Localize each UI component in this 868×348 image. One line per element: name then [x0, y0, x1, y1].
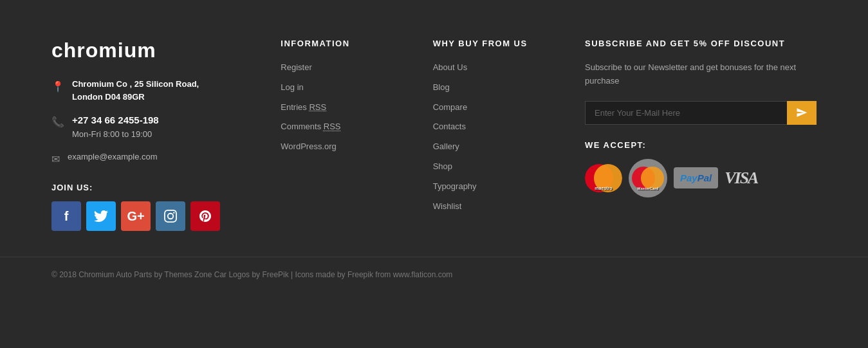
brand-logo: chromium: [51, 39, 232, 62]
address-item: 📍 Chromium Co , 25 Silicon Road, London …: [51, 78, 232, 103]
phone-item: 📞 +27 34 66 2455-198 Mon-Fri 8:00 to 19:…: [51, 113, 232, 140]
link-compare[interactable]: Compare: [433, 101, 536, 114]
why-buy-column: WHY BUY FROM US About Us Blog Compare Co…: [433, 39, 536, 231]
link-typography[interactable]: Typography: [433, 180, 536, 194]
link-register[interactable]: Register: [281, 61, 383, 75]
mastercard-label: MasterCard: [637, 187, 658, 190]
twitter-button[interactable]: [86, 201, 116, 231]
facebook-button[interactable]: f: [51, 201, 81, 231]
address-line1: Chromium Co , 25 Silicon Road,: [72, 78, 199, 91]
maestro-badge: maestro: [585, 160, 622, 197]
paypal-badge: PayPal: [674, 167, 718, 188]
email-submit-button[interactable]: [787, 101, 817, 125]
payment-icons: maestro MasterCard PayPal: [585, 159, 817, 197]
link-wishlist[interactable]: Wishlist: [433, 200, 536, 214]
footer-main: chromium 📍 Chromium Co , 25 Silicon Road…: [0, 0, 868, 257]
link-entries-rss[interactable]: Entries RSS: [281, 101, 383, 114]
why-buy-header: WHY BUY FROM US: [433, 39, 536, 48]
location-icon: 📍: [51, 79, 64, 95]
instagram-button[interactable]: [156, 201, 185, 231]
link-wordpress[interactable]: WordPress.org: [281, 140, 383, 154]
information-header: INFORMATION: [281, 39, 383, 48]
subscribe-description: Subscribe to our Newsletter and get bonu…: [585, 61, 817, 88]
googleplus-button[interactable]: G+: [121, 201, 151, 231]
footer-bottom: © 2018 Chromium Auto Parts by Themes Zon…: [0, 257, 868, 292]
maestro-label: maestro: [595, 186, 612, 190]
phone-number: +27 34 66 2455-198: [72, 113, 159, 128]
email-form: [585, 101, 817, 125]
footer-copyright: © 2018 Chromium Auto Parts by Themes Zon…: [51, 270, 452, 279]
link-gallery[interactable]: Gallery: [433, 140, 536, 154]
information-column: INFORMATION Register Log in Entries RSS …: [281, 39, 383, 231]
visa-badge: VISA: [725, 169, 757, 188]
email-address: example@example.com: [68, 151, 158, 163]
subscribe-column: SUBSCRIBE AND GET 5% OFF DISCOUNT Subscr…: [585, 39, 817, 231]
email-item: ✉ example@example.com: [51, 151, 232, 167]
email-icon: ✉: [51, 152, 60, 167]
mastercard-badge: MasterCard: [629, 159, 667, 197]
link-shop[interactable]: Shop: [433, 160, 536, 174]
we-accept-label: WE ACCEPT:: [585, 140, 817, 150]
link-blog[interactable]: Blog: [433, 81, 536, 95]
link-contacts[interactable]: Contacts: [433, 120, 536, 134]
phone-hours: Mon-Fri 8:00 to 19:00: [72, 128, 159, 141]
email-input[interactable]: [585, 101, 787, 125]
social-icons-group: f G+: [51, 201, 232, 231]
link-comments-rss[interactable]: Comments RSS: [281, 120, 383, 134]
pinterest-button[interactable]: [190, 201, 220, 231]
link-about[interactable]: About Us: [433, 61, 536, 75]
brand-column: chromium 📍 Chromium Co , 25 Silicon Road…: [51, 39, 232, 231]
join-us-label: JOIN US:: [51, 183, 232, 192]
subscribe-header: SUBSCRIBE AND GET 5% OFF DISCOUNT: [585, 39, 817, 48]
phone-icon: 📞: [51, 114, 64, 130]
link-login[interactable]: Log in: [281, 81, 383, 95]
address-line2: London D04 89GR: [72, 91, 199, 104]
